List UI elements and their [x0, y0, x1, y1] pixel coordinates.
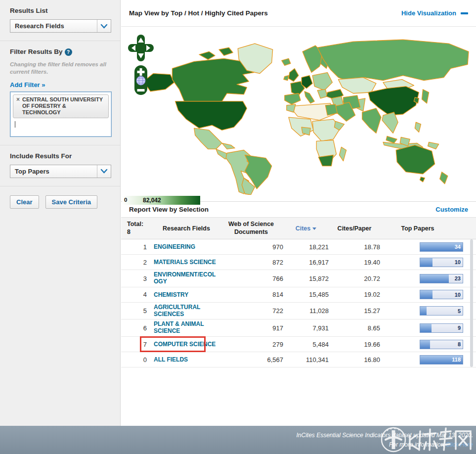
top-papers-value: 9	[458, 325, 461, 331]
row-field-cell: AGRICULTURAL SCIENCES	[154, 304, 219, 318]
table-row: 4CHEMISTRY81415,48519.0210	[121, 287, 476, 303]
row-field-cell: PLANT & ANIMAL SCIENCE	[154, 321, 219, 335]
hide-visualization-link[interactable]: Hide Visualization	[401, 9, 468, 17]
include-results-dropdown-value: Top Papers	[10, 168, 97, 175]
row-top-papers-cell: 10	[380, 258, 470, 267]
map-area: 0 82,042	[121, 27, 476, 194]
row-cites: 11,028	[283, 307, 329, 315]
legend-max: 82,042	[143, 197, 161, 204]
top-papers-bar: 5	[420, 306, 463, 316]
world-map	[124, 30, 473, 195]
click-here-link[interactable]: Click Here	[446, 441, 473, 448]
row-top-papers-cell: 8	[380, 340, 470, 349]
row-rank: 5	[127, 307, 147, 315]
row-rank: 2	[127, 259, 147, 266]
include-results-heading: Include Results For	[10, 152, 111, 160]
map-legend: 0 82,042	[122, 196, 200, 205]
remove-filter-icon[interactable]: ×	[16, 96, 20, 103]
filter-tag-label: CENTRAL SOUTH UNIVERSITY OF FORESTRY & T…	[16, 96, 105, 116]
row-docs: 814	[219, 291, 283, 298]
footer: InCites Essential Science Indicators dat…	[0, 426, 476, 454]
top-papers-bar: 9	[420, 323, 463, 333]
row-cites: 15,872	[283, 275, 329, 282]
column-header-wos-documents: Web of Science Documents	[219, 221, 283, 236]
top-papers-value: 10	[455, 292, 461, 298]
column-header-research-fields: Research Fields	[154, 225, 219, 232]
table-row: 0ALL FIELDS6,567110,34116.80118	[121, 352, 476, 367]
results-list-section: Results List Research Fields	[0, 0, 120, 41]
top-papers-bar: 118	[420, 355, 463, 364]
column-header-cites-per-paper: Cites/Paper	[329, 225, 380, 232]
table-row: 5AGRICULTURAL SCIENCES72211,02815.275	[121, 303, 476, 320]
top-papers-value: 8	[458, 341, 461, 347]
top-papers-value: 34	[455, 244, 461, 250]
total-header: Total: 8	[127, 221, 147, 236]
row-cites-per-paper: 19.66	[329, 341, 380, 348]
row-cites-per-paper: 8.65	[329, 324, 380, 332]
row-rank: 0	[127, 356, 147, 363]
save-criteria-button[interactable]: Save Criteria	[45, 195, 98, 209]
row-rank: 4	[127, 291, 147, 298]
results-table: Total: 8 Research Fields Web of Science …	[121, 217, 476, 367]
filter-note: Changing the filter field removes all cu…	[10, 61, 111, 76]
table-row: 1ENGINEERING97018,22118.7834	[121, 239, 476, 255]
row-cites: 15,485	[283, 291, 329, 298]
include-results-dropdown[interactable]: Top Papers	[10, 165, 111, 178]
row-field-cell: MATERIALS SCIENCE	[154, 258, 219, 266]
include-results-section: Include Results For Top Papers	[0, 145, 120, 186]
top-papers-bar: 10	[420, 258, 463, 267]
row-field-cell: ENGINEERING	[154, 243, 219, 251]
field-link[interactable]: COMPUTER SCIENCE	[154, 341, 216, 348]
dataset-updated-note: InCites Essential Science Indicators dat…	[296, 431, 473, 440]
results-list-dropdown[interactable]: Research Fields	[10, 19, 111, 33]
top-papers-bar: 10	[420, 290, 463, 299]
field-link[interactable]: MATERIALS SCIENCE	[154, 259, 216, 266]
field-link[interactable]: ENVIRONMENT/ECOLOGY	[154, 272, 218, 285]
table-row: 6PLANT & ANIMAL SCIENCE9177,9318.659	[121, 319, 476, 337]
row-rank: 3	[127, 275, 147, 282]
add-filter-link[interactable]: Add Filter »	[10, 81, 45, 89]
report-title: Report View by Selection	[129, 206, 209, 213]
field-link[interactable]: PLANT & ANIMAL SCIENCE	[154, 321, 218, 335]
row-cites-per-paper: 15.27	[329, 307, 380, 315]
map-title: Map View by Top / Hot / Highly Cited Pap…	[129, 9, 268, 17]
results-list-dropdown-value: Research Fields	[10, 22, 97, 30]
field-link[interactable]: ENGINEERING	[154, 244, 195, 251]
filter-box[interactable]: × CENTRAL SOUTH UNIVERSITY OF FORESTRY &…	[10, 91, 112, 137]
row-cites-per-paper: 18.78	[329, 243, 380, 251]
row-top-papers-cell: 9	[380, 323, 470, 333]
footer-text: InCites Essential Science Indicators dat…	[296, 431, 473, 449]
row-rank: 1	[127, 243, 147, 251]
top-papers-value: 118	[452, 357, 461, 363]
row-top-papers-cell: 5	[380, 306, 470, 316]
row-docs: 279	[219, 341, 283, 348]
row-field-cell: ENVIRONMENT/ECOLOGY	[154, 272, 219, 285]
chevron-down-icon[interactable]	[97, 20, 111, 32]
field-link[interactable]: AGRICULTURAL SCIENCES	[154, 304, 218, 318]
question-mark-icon[interactable]: ?	[65, 48, 72, 56]
row-cites-per-paper: 19.40	[329, 259, 380, 266]
row-rank: 7	[127, 341, 147, 348]
table-scrollbar[interactable]	[470, 239, 473, 367]
row-cites-per-paper: 20.72	[329, 275, 380, 282]
sort-descending-icon	[312, 227, 316, 230]
customize-link[interactable]: Customize	[435, 206, 468, 213]
row-field-cell: COMPUTER SCIENCE	[154, 340, 219, 348]
field-link[interactable]: CHEMISTRY	[154, 292, 188, 299]
chevron-down-icon[interactable]	[97, 165, 111, 178]
table-header-row: Total: 8 Research Fields Web of Science …	[121, 218, 476, 239]
row-cites-per-paper: 16.80	[329, 356, 380, 363]
filter-tag[interactable]: × CENTRAL SOUTH UNIVERSITY OF FORESTRY &…	[13, 94, 109, 118]
row-docs: 970	[219, 243, 283, 251]
column-header-cites[interactable]: Cites	[283, 225, 329, 232]
row-docs: 766	[219, 275, 283, 282]
row-rank: 6	[127, 324, 147, 332]
field-link[interactable]: ALL FIELDS	[154, 357, 188, 363]
text-cursor	[15, 121, 15, 128]
table-row: 3ENVIRONMENT/ECOLOGY76615,87220.7223	[121, 270, 476, 287]
row-top-papers-cell: 23	[380, 274, 470, 283]
more-info-note: For more information	[389, 441, 444, 448]
row-top-papers-cell: 10	[380, 290, 470, 299]
top-papers-bar: 34	[420, 242, 463, 252]
clear-button[interactable]: Clear	[10, 195, 39, 209]
